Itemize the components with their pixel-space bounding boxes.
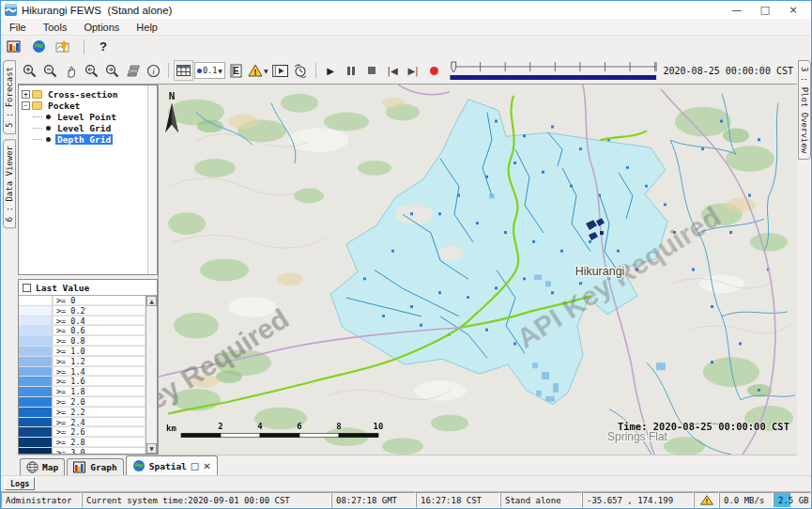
tab-spatial[interactable]: Spatial □ ✕	[126, 455, 218, 475]
status-gmt-time: 08:27:18 GMT	[331, 492, 416, 508]
title-bar: Hikurangi FEWS (Stand alone) — □ ×	[1, 1, 811, 19]
legend-class-label: >= 1.0	[53, 347, 146, 356]
close-button[interactable]: ×	[779, 2, 807, 18]
help-icon[interactable]: ?	[94, 38, 113, 56]
animation-icon[interactable]	[270, 60, 290, 81]
zoom-previous-icon[interactable]	[82, 60, 101, 81]
legend-rows: >= 0>= 0.2>= 0.4>= 0.6>= 0.8>= 1.0>= 1.2…	[19, 296, 146, 454]
tree-item[interactable]: Level Grid	[20, 122, 146, 133]
tree-scrollbar[interactable]	[147, 85, 157, 274]
legend-row: >= 2.4	[19, 418, 146, 428]
legend-color-swatch	[19, 427, 53, 437]
tree-item-label[interactable]: Depth Grid	[55, 134, 113, 145]
info-icon[interactable]: i	[144, 60, 163, 81]
legend-class-label: >= 0.4	[53, 316, 146, 326]
tab-graph[interactable]: Graph	[67, 458, 124, 475]
legend-scrollbar[interactable]: ▲ ▼	[146, 296, 157, 454]
tree-item-label[interactable]: Level Grid	[55, 123, 113, 133]
status-warning-cell[interactable]: !	[694, 492, 719, 508]
pan-hand-icon[interactable]	[61, 60, 81, 81]
time-slider[interactable]	[449, 59, 659, 82]
tab-plot-overview[interactable]: 3 : Plot Overview	[798, 60, 811, 160]
menu-file[interactable]: File	[1, 22, 35, 33]
logs-button[interactable]: Logs	[5, 477, 35, 490]
left-tab-strip: 5 : Forecast 6 : Data Viewer	[1, 57, 18, 475]
legend-row: >= 0.4	[19, 316, 146, 327]
status-transfer-rate: 0.0 MB/s	[719, 492, 774, 508]
zoom-next-icon[interactable]	[102, 60, 122, 81]
legend-color-swatch	[19, 296, 53, 305]
menu-help[interactable]: Help	[128, 22, 166, 33]
tree-item[interactable]: +Cross-section	[20, 88, 146, 100]
layers-icon[interactable]	[123, 60, 143, 81]
tree-item[interactable]: Level Point	[20, 111, 146, 122]
record-movie-button[interactable]	[424, 60, 444, 81]
tree-item-label[interactable]: Cross-section	[46, 89, 119, 100]
tree-item[interactable]: Depth Grid	[20, 133, 146, 145]
layers-tree-panel: +Cross-section-PocketLevel PointLevel Gr…	[18, 85, 158, 275]
legend-class-label: >= 0.6	[53, 326, 146, 335]
graph-icon	[73, 461, 86, 473]
warning-threshold-dropdown[interactable]: !▼	[247, 60, 269, 81]
precision-dot-icon	[197, 69, 202, 73]
tree-connector	[33, 128, 42, 129]
status-user: Administrator	[1, 492, 82, 508]
time-settings-icon[interactable]	[291, 60, 311, 81]
tree-expander-icon[interactable]: +	[22, 90, 30, 99]
legend-class-label: >= 1.6	[53, 377, 146, 386]
tab-forecast[interactable]: 5 : Forecast	[3, 60, 16, 134]
panel-maximize-icon[interactable]: □	[191, 461, 199, 471]
menu-options[interactable]: Options	[75, 22, 128, 33]
status-mode: Stand alone	[500, 492, 582, 508]
tree-item[interactable]: -Pocket	[20, 100, 146, 111]
globe-icon[interactable]	[29, 38, 48, 56]
legend-class-label: >= 2.8	[53, 438, 146, 447]
stop-button[interactable]	[362, 60, 382, 81]
toolbar-separator	[84, 39, 84, 54]
zoom-in-icon[interactable]	[20, 60, 39, 81]
legend-class-label: >= 2.4	[53, 418, 146, 427]
map-viewport[interactable]: API Key Required API Key Required Hikura…	[159, 85, 797, 455]
tree-item-label[interactable]: Pocket	[46, 100, 82, 111]
toolbar-separator	[168, 63, 169, 78]
last-frame-button[interactable]: ▶|	[404, 60, 423, 81]
scroll-down-icon[interactable]: ▼	[146, 443, 157, 454]
map-time-label: Time: 2020-08-25 00:00:00 CST	[618, 421, 789, 432]
tree-expander-icon[interactable]: -	[22, 101, 30, 110]
current-datetime: 2020-08-25 00:00:00 CST	[664, 66, 795, 76]
tree-item-label[interactable]: Level Point	[55, 112, 118, 122]
profile-icon[interactable]: E	[226, 60, 246, 81]
legend-class-label: >= 0.8	[53, 336, 146, 346]
maximize-button[interactable]: □	[751, 2, 779, 18]
legend-color-swatch	[19, 367, 53, 377]
zoom-out-icon[interactable]	[40, 60, 60, 81]
chevron-down-icon: ▼	[264, 68, 268, 74]
play-button[interactable]: ▶	[321, 60, 341, 81]
tab-map[interactable]: Map	[20, 458, 65, 475]
panel-close-icon[interactable]: ✕	[203, 461, 210, 471]
folder-icon	[32, 90, 42, 99]
minimize-button[interactable]: —	[723, 2, 751, 18]
legend-color-swatch	[19, 357, 53, 366]
menu-tools[interactable]: Tools	[35, 22, 76, 33]
app-window: Hikurangi FEWS (Stand alone) — □ × File …	[0, 0, 812, 509]
legend-color-swatch	[19, 377, 53, 386]
svg-text:!: !	[254, 68, 257, 77]
svg-text:4: 4	[257, 422, 262, 431]
legend-color-swatch	[19, 397, 53, 407]
timeline-handle	[451, 62, 455, 72]
svg-text:N: N	[169, 90, 176, 102]
last-value-checkbox[interactable]	[23, 284, 31, 292]
tree-connector	[33, 139, 42, 140]
timeseries-icon[interactable]	[54, 38, 74, 56]
legend-class-label: >= 0.2	[53, 306, 146, 316]
label-precision-dropdown[interactable]: 0.1 ▼	[194, 62, 225, 79]
spatial-globe-icon	[132, 459, 146, 472]
first-frame-button[interactable]: |◀	[383, 60, 403, 81]
pause-button[interactable]	[342, 60, 361, 81]
explorer-icon[interactable]	[5, 38, 23, 56]
grid-display-icon[interactable]	[174, 60, 193, 81]
tab-data-viewer[interactable]: 6 : Data Viewer	[3, 139, 16, 228]
chevron-down-icon: ▼	[218, 68, 222, 74]
scroll-up-icon[interactable]: ▲	[146, 296, 157, 306]
